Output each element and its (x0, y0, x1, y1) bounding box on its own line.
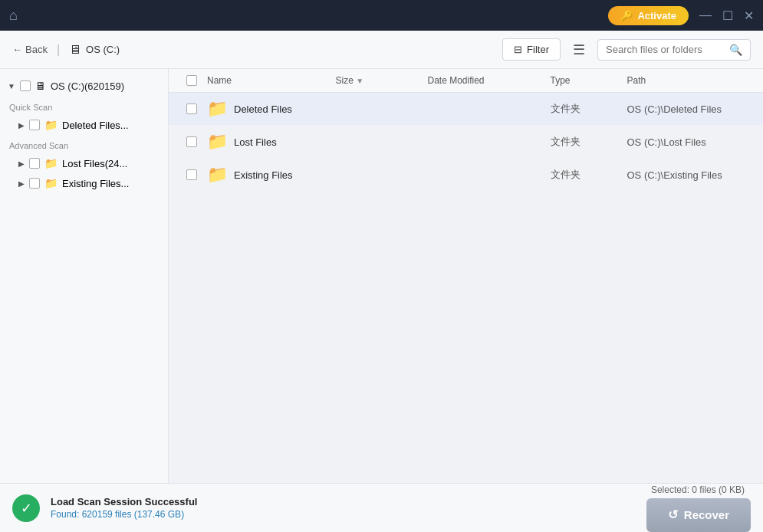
status-text: Load Scan Session Successful Found: 6201… (51, 496, 636, 520)
sort-icon: ▼ (356, 77, 363, 85)
header-checkbox-col (176, 75, 207, 86)
status-sub: Found: 620159 files (137.46 GB) (51, 509, 636, 520)
filter-label: Filter (527, 44, 549, 55)
row-path-0: OS (C:)\Deleted Files (627, 103, 756, 115)
sidebar: ▼ 🖥 OS (C:)(620159) Quick Scan ▶ 📁 Delet… (0, 69, 169, 483)
filter-icon: ⊟ (514, 44, 522, 55)
maximize-button[interactable]: ☐ (722, 8, 733, 23)
sidebar-item-deleted-files[interactable]: ▶ 📁 Deleted Files... (0, 115, 168, 135)
activate-label: Activate (637, 10, 676, 21)
select-all-checkbox[interactable] (186, 75, 197, 86)
activate-button[interactable]: 🔑 Activate (608, 6, 689, 25)
nav-bar: ← Back | 🖥 OS (C:) ⊟ Filter ☰ 🔍 (0, 31, 763, 69)
row-check-1[interactable] (186, 136, 197, 147)
sidebar-lost-files-label: Lost Files(24... (62, 158, 127, 169)
minimize-button[interactable]: — (699, 8, 712, 22)
col-size-header: Size ▼ (336, 75, 428, 86)
title-bar-left: ⌂ (9, 8, 18, 24)
back-arrow-icon: ← (12, 44, 22, 55)
col-modified-header: Date Modified (428, 75, 551, 86)
table-row[interactable]: 📁 Lost Files 文件夹 OS (C:)\Lost Files (169, 126, 763, 159)
chevron-right-icon-2: ▶ (18, 159, 25, 168)
status-sub-label: Found: 620159 files ( (51, 509, 137, 520)
key-icon: 🔑 (620, 10, 633, 21)
status-sub-end: ) (181, 509, 184, 520)
back-button[interactable]: ← Back (12, 44, 48, 55)
row-folder-icon-0: 📁 (207, 99, 228, 119)
drive-checkbox[interactable] (20, 80, 31, 91)
row-name-text-1: Lost Files (234, 136, 277, 148)
sidebar-deleted-files-label: Deleted Files... (62, 120, 129, 131)
selected-info: Selected: 0 files (0 KB) (651, 484, 745, 495)
table-row[interactable]: 📁 Existing Files 文件夹 OS (C:)\Existing Fi… (169, 159, 763, 192)
row-check-0[interactable] (186, 103, 197, 114)
row-checkbox[interactable] (176, 103, 207, 114)
table-header: Name Size ▼ Date Modified Type Path (169, 69, 763, 93)
col-modified-label: Date Modified (428, 75, 485, 86)
quick-scan-label: Quick Scan (0, 97, 168, 115)
sidebar-item-lost-files[interactable]: ▶ 📁 Lost Files(24... (0, 153, 168, 173)
existing-folder-icon: 📁 (44, 177, 58, 189)
col-path-label: Path (627, 75, 646, 86)
status-title: Load Scan Session Successful (51, 496, 636, 507)
title-bar: ⌂ 🔑 Activate — ☐ ✕ (0, 0, 763, 31)
drive-name: OS (C:) (86, 44, 120, 55)
search-box: 🔍 (597, 39, 751, 61)
row-name-2: 📁 Existing Files (207, 165, 336, 185)
chevron-down-icon: ▼ (8, 82, 15, 90)
row-name-text-2: Existing Files (234, 169, 293, 181)
home-icon[interactable]: ⌂ (9, 8, 18, 24)
sidebar-drive-row[interactable]: ▼ 🖥 OS (C:)(620159) (0, 75, 168, 97)
advanced-scan-label: Advanced Scan (0, 135, 168, 153)
deleted-folder-icon: 📁 (44, 119, 58, 131)
menu-button[interactable]: ☰ (570, 38, 588, 61)
row-checkbox[interactable] (176, 136, 207, 147)
chevron-right-icon: ▶ (18, 121, 25, 130)
col-type-label: Type (551, 75, 571, 86)
row-name-0: 📁 Deleted Files (207, 99, 336, 119)
close-button[interactable]: ✕ (744, 8, 754, 23)
lost-files-checkbox[interactable] (29, 158, 40, 169)
row-folder-icon-2: 📁 (207, 165, 228, 185)
deleted-files-checkbox[interactable] (29, 120, 40, 130)
chevron-right-icon-3: ▶ (18, 179, 25, 188)
success-icon: ✓ (12, 494, 40, 522)
row-path-2: OS (C:)\Existing Files (627, 169, 756, 181)
drive-folder-icon: 🖥 (35, 80, 46, 92)
title-bar-right: 🔑 Activate — ☐ ✕ (608, 6, 754, 25)
status-sub-size: 137.46 GB (137, 509, 181, 520)
table-body: 📁 Deleted Files 文件夹 OS (C:)\Deleted File… (169, 93, 763, 483)
table-row[interactable]: 📁 Deleted Files 文件夹 OS (C:)\Deleted File… (169, 93, 763, 126)
sidebar-item-existing-files[interactable]: ▶ 📁 Existing Files... (0, 173, 168, 193)
lost-folder-icon: 📁 (44, 157, 58, 169)
row-type-2: 文件夹 (551, 168, 627, 182)
recover-label: Recover (684, 508, 729, 521)
existing-files-checkbox[interactable] (29, 178, 40, 189)
col-name-label: Name (207, 75, 232, 86)
search-icon[interactable]: 🔍 (729, 44, 742, 56)
content-area: Name Size ▼ Date Modified Type Path 📁 (169, 69, 763, 483)
col-name-header: Name (207, 75, 336, 86)
status-bar: ✓ Load Scan Session Successful Found: 62… (0, 483, 763, 532)
col-type-header: Type (551, 75, 627, 86)
sidebar-existing-files-label: Existing Files... (62, 178, 129, 189)
col-path-header: Path (627, 75, 756, 86)
recover-button[interactable]: ↺ Recover (646, 498, 751, 532)
drive-label: 🖥 OS (C:) (69, 43, 120, 57)
filter-button[interactable]: ⊟ Filter (502, 38, 561, 61)
recover-icon: ↺ (668, 507, 678, 522)
row-check-2[interactable] (186, 169, 197, 180)
sidebar-drive-label: OS (C:)(620159) (51, 80, 124, 92)
search-input[interactable] (606, 44, 725, 55)
row-type-0: 文件夹 (551, 102, 627, 116)
bottom-right: Selected: 0 files (0 KB) ↺ Recover (646, 484, 751, 532)
main-layout: ▼ 🖥 OS (C:)(620159) Quick Scan ▶ 📁 Delet… (0, 69, 763, 483)
row-name-1: 📁 Lost Files (207, 132, 336, 152)
row-folder-icon-1: 📁 (207, 132, 228, 152)
row-type-1: 文件夹 (551, 135, 627, 149)
back-label: Back (25, 44, 48, 55)
col-size-label: Size (336, 75, 354, 86)
drive-icon: 🖥 (69, 43, 81, 57)
nav-divider: | (57, 43, 60, 57)
row-checkbox[interactable] (176, 169, 207, 180)
